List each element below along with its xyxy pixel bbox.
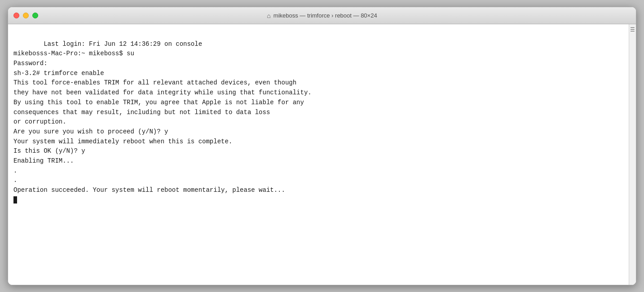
terminal-line-11: Your system will immediately reboot when… (13, 138, 232, 145)
maximize-button[interactable] (32, 13, 38, 18)
home-icon: ⌂ (267, 12, 270, 19)
terminal-line-5: This tool force-enables TRIM for all rel… (13, 79, 296, 86)
terminal-output: Last login: Fri Jun 12 14:36:29 on conso… (13, 30, 623, 215)
scrollbar[interactable]: ☰ (629, 24, 636, 285)
terminal-line-8: consequences that may result, including … (13, 109, 270, 116)
terminal-line-12: Is this OK (y/N)? y (13, 147, 85, 155)
terminal-line-14: . (13, 167, 17, 174)
terminal-cursor (13, 196, 17, 204)
terminal-line-16: Operation succeeded. Your system will re… (13, 186, 285, 194)
scrollbar-icon: ☰ (630, 27, 635, 33)
title-label: mikeboss — trimforce › reboot — 80×24 (273, 12, 377, 19)
terminal-line-1: Last login: Fri Jun 12 14:36:29 on conso… (44, 40, 202, 48)
terminal-line-10: Are you sure you wish to proceed (y/N)? … (13, 128, 168, 135)
title-bar: ⌂ mikeboss — trimforce › reboot — 80×24 (8, 7, 636, 24)
minimize-button[interactable] (23, 13, 29, 18)
terminal-line-13: Enabling TRIM... (13, 157, 74, 164)
close-button[interactable] (13, 13, 19, 18)
terminal-line-7: By using this tool to enable TRIM, you a… (13, 99, 304, 106)
terminal-line-4: sh-3.2# trimforce enable (13, 70, 104, 77)
window-title: ⌂ mikeboss — trimforce › reboot — 80×24 (267, 12, 377, 19)
terminal-window: ⌂ mikeboss — trimforce › reboot — 80×24 … (8, 7, 636, 285)
terminal-line-9: or corruption. (13, 118, 66, 125)
terminal-line-6: they have not been validated for data in… (13, 89, 312, 96)
terminal-line-2: mikebosss-Mac-Pro:~ mikeboss$ su (13, 50, 134, 57)
terminal-line-3: Password: (13, 60, 48, 67)
terminal-body[interactable]: Last login: Fri Jun 12 14:36:29 on conso… (8, 24, 636, 285)
traffic-lights (13, 13, 38, 18)
terminal-line-15: . (13, 177, 17, 184)
